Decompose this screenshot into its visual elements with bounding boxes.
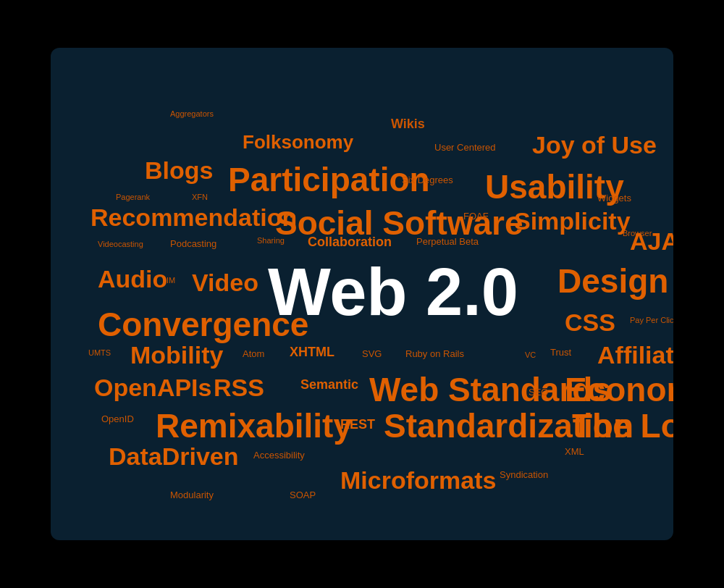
tag-word: OpenAPIs — [94, 374, 211, 402]
tag-word: Ruby on Rails — [405, 348, 464, 359]
tag-word: Joy of Use — [532, 131, 657, 159]
tag-word: SVG — [362, 348, 382, 359]
tag-word: Podcasting — [170, 238, 216, 249]
tag-word: IM — [167, 276, 175, 285]
tag-word: The Long Tail — [572, 406, 673, 445]
tag-word: CSS — [565, 308, 615, 337]
tag-word: Convergence — [98, 305, 308, 344]
tag-word: Trust — [550, 347, 571, 358]
tag-word: Six Degrees — [402, 175, 453, 185]
tag-word: Design — [557, 261, 668, 301]
tag-word: UMTS — [88, 348, 111, 357]
tag-word: Pagerank — [116, 193, 150, 201]
tag-word: Blogs — [145, 156, 213, 185]
tag-word: Economy — [565, 370, 673, 409]
tag-word: Atom — [243, 348, 264, 359]
tag-word: Video — [192, 269, 258, 297]
tag-word: Accessibility — [253, 450, 305, 461]
tag-word: Perpetual Beta — [416, 236, 479, 247]
tag-word: DataDriven — [109, 442, 239, 471]
tag-word: SEO — [529, 387, 548, 398]
tag-word: RSS — [214, 374, 264, 402]
tag-word: Folksonomy — [243, 131, 353, 154]
tag-word: XHTML — [290, 345, 334, 360]
tag-word: XFN — [192, 193, 208, 201]
tag-word: Aggregators — [170, 109, 214, 118]
tag-word: Sharing — [257, 236, 285, 245]
tag-word: Audio — [98, 265, 167, 293]
tag-word: Participation — [228, 160, 430, 199]
tag-cloud: AggregatorsFolksonomyWikisUser CenteredJ… — [51, 48, 673, 540]
tag-word: SOAP — [290, 490, 316, 500]
tag-word: REST — [340, 417, 375, 432]
tag-word: Microformats — [340, 466, 496, 495]
tag-word: Videocasting — [98, 240, 143, 248]
tag-word: Widgets — [597, 193, 631, 203]
tag-word: OpenID — [101, 413, 134, 424]
tag-word: Simplicity — [514, 207, 631, 235]
tag-word: Wikis — [391, 117, 425, 132]
tag-word: Recommendation — [90, 203, 297, 232]
tag-word: Syndication — [500, 469, 548, 480]
tag-word: FOAF — [463, 211, 489, 222]
tag-word: Collaboration — [308, 235, 392, 250]
tag-word: Modularity — [170, 490, 214, 500]
tag-word: Mobility — [130, 341, 223, 369]
tag-word: Affiliation — [597, 341, 673, 369]
tag-word: XML — [565, 446, 584, 457]
tag-word: AJAX — [630, 227, 673, 256]
tag-word: Semantic — [300, 377, 358, 392]
tag-word: VC — [525, 350, 536, 359]
tag-word: User Centered — [434, 142, 496, 153]
tag-word: Pay Per Click — [630, 316, 673, 324]
tag-word: Remixability — [156, 406, 352, 445]
